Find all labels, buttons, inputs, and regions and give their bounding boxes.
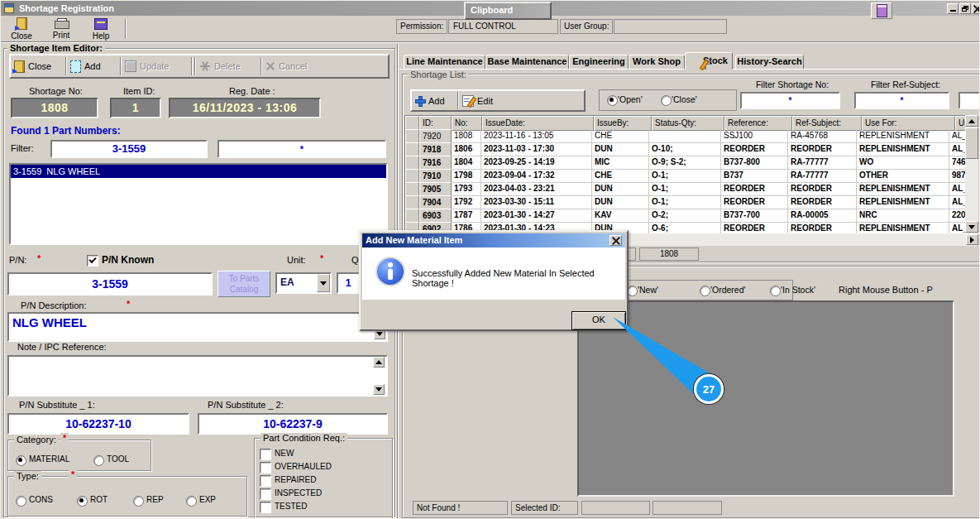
editor-update-button[interactable]: Update <box>125 57 188 75</box>
table-cell: AL_S <box>949 142 965 156</box>
scroll-up-button[interactable] <box>965 115 978 127</box>
filter-pn-input[interactable]: 3-1559 <box>50 140 208 158</box>
radio-exp[interactable] <box>186 496 197 507</box>
table-vscrollbar[interactable] <box>965 115 978 233</box>
radio-ordered[interactable] <box>700 286 710 296</box>
table-cell: SSJ100 <box>721 129 788 143</box>
pn-substitute1-input[interactable]: 10-62237-10 <box>7 413 189 435</box>
filter-shortage-no-input[interactable]: * <box>740 92 840 109</box>
close-button[interactable]: Close <box>2 17 41 41</box>
unit-combobox[interactable]: EA <box>275 272 332 294</box>
table-row[interactable]: 791618042023-09-25 - 14:19MICO-9; S-2;B7… <box>405 156 965 169</box>
restore-button[interactable] <box>959 3 971 14</box>
separator <box>191 57 193 75</box>
note-ipc-textarea[interactable] <box>7 355 388 396</box>
list-add-button[interactable]: Add <box>415 92 453 109</box>
unit-label: Unit: <box>287 255 306 265</box>
radio-rot[interactable] <box>77 496 88 507</box>
clipboard-window-title[interactable]: Clipboard <box>464 2 552 20</box>
table-cell: REORDER <box>721 142 788 156</box>
checkbox-repaired[interactable] <box>260 475 271 487</box>
table-row[interactable]: 790417922023-03-30 - 15:11DUNO-1;REORDER… <box>405 195 965 209</box>
table-cell: 1793 <box>452 182 481 196</box>
radio-cons[interactable] <box>16 496 26 507</box>
unit-dropdown-button[interactable] <box>317 274 330 292</box>
update-icon <box>125 60 136 72</box>
checkbox-overhauled[interactable] <box>260 462 271 473</box>
minimize-icon <box>950 10 956 12</box>
list-edit-button[interactable]: Edit <box>462 92 504 109</box>
radio-rep[interactable] <box>133 496 144 507</box>
pn-input[interactable]: 3-1559 <box>7 272 213 296</box>
table-cell: REPLENISHMENT <box>857 182 949 196</box>
radio-in-stock[interactable] <box>770 286 781 296</box>
table-cell: 2023-04-03 - 23:21 <box>481 182 592 196</box>
table-cell: DUN <box>592 195 649 209</box>
filter-desc-input[interactable]: * <box>218 140 386 158</box>
table-row[interactable]: 690317872023-01-30 - 14:27KAVO-2;B737-70… <box>405 209 965 222</box>
help-button[interactable]: Help <box>82 17 120 41</box>
editor-close-button[interactable]: Close <box>14 57 62 75</box>
dialog-close-button[interactable] <box>610 235 622 246</box>
materials-list-area[interactable] <box>577 300 954 497</box>
pn-substitute2-input[interactable]: 10-62237-9 <box>198 413 388 435</box>
separator <box>261 57 262 75</box>
filter-extra-input[interactable] <box>958 92 980 109</box>
checkbox-inspected[interactable] <box>260 488 271 500</box>
table-cell: 1792 <box>452 195 481 209</box>
filter-ref-subject-input[interactable]: * <box>854 92 949 109</box>
table-cell: RA-00005 <box>788 209 857 223</box>
editor-delete-button[interactable]: Delete <box>199 57 259 75</box>
close-window-button[interactable] <box>972 3 980 14</box>
table-cell: 2023-09-04 - 17:32 <box>481 169 592 183</box>
vscroll-thumb[interactable] <box>965 127 978 159</box>
user-group-label: User Group: <box>560 19 613 34</box>
radio-close-label: 'Close' <box>672 94 697 104</box>
table-row[interactable]: 790517932023-04-03 - 23:21DUNO-1;REORDER… <box>405 182 965 195</box>
required-mark: * <box>127 299 130 309</box>
arrow-right-icon <box>970 237 974 243</box>
scroll-up-button[interactable] <box>373 357 385 368</box>
scroll-right-button[interactable] <box>966 234 978 245</box>
table-cell: O-2; <box>649 209 721 223</box>
scroll-down-button[interactable] <box>373 384 385 395</box>
qty-input[interactable]: 1 <box>337 272 360 294</box>
editor-cancel-button[interactable]: Cancel <box>265 57 323 75</box>
filter-shortage-no-label: Filter Shortage No: <box>743 79 841 89</box>
stock-tab-note-icon <box>705 58 706 70</box>
to-parts-catalog-button[interactable]: To Parts Catalog <box>218 271 270 297</box>
item-id-value: 1 <box>110 98 161 118</box>
tab-stock[interactable]: Stock <box>685 52 733 70</box>
dialog-title-bar[interactable]: Add New Material Item <box>362 233 625 247</box>
table-cell: REORDER <box>721 222 788 233</box>
table-row[interactable]: 792018082023-11-16 - 13:05CHESSJ100RA-45… <box>405 129 965 142</box>
radio-material[interactable] <box>16 455 26 466</box>
radio-rot-label: ROT <box>90 495 108 504</box>
table-cell: NRC <box>857 209 949 223</box>
table-cell: AL_S <box>949 222 965 233</box>
table-cell: B737-700 <box>721 209 788 223</box>
table-cell: 1798 <box>452 169 481 183</box>
table-cell: 1804 <box>452 156 481 170</box>
radio-tool[interactable] <box>93 455 104 466</box>
checkbox-new[interactable] <box>260 449 271 460</box>
editor-add-button[interactable]: Add <box>70 57 117 75</box>
table-cell: REORDER <box>788 142 857 156</box>
scroll-down-button[interactable] <box>965 221 978 233</box>
table-row[interactable]: 791818062023-11-03 - 17:30DUNO-10;REORDE… <box>405 142 965 156</box>
table-cell: REPLENISHMENT <box>857 142 949 156</box>
table-row[interactable]: 791017982023-09-04 - 17:32CHEO-1;B737RA-… <box>405 169 965 182</box>
pn-known-checkbox[interactable] <box>87 255 98 267</box>
radio-open[interactable] <box>607 95 618 106</box>
checkbox-tested[interactable] <box>260 502 271 513</box>
category-label: Category: <box>14 435 59 445</box>
radio-close[interactable] <box>661 95 672 106</box>
part-numbers-listbox[interactable]: 3-1559 NLG WHEEL <box>9 163 388 245</box>
user-group-value <box>614 19 727 34</box>
pn-description-box[interactable]: NLG WHEEL <box>7 312 388 342</box>
ok-button[interactable]: OK <box>571 311 626 330</box>
permission-label: Permission: <box>396 19 447 34</box>
list-item-selected[interactable]: 3-1559 NLG WHEEL <box>11 165 386 178</box>
minimize-button[interactable] <box>947 3 958 14</box>
print-button[interactable]: Print <box>42 17 80 41</box>
